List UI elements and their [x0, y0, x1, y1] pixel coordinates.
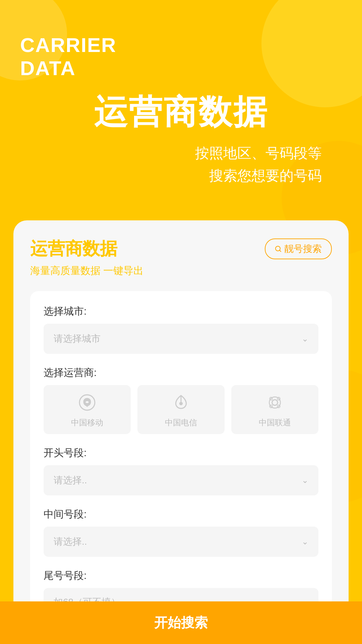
prefix-dropdown[interactable]: 请选择.. ⌄: [44, 465, 318, 495]
card-subtitle: 海量高质量数据 一键导出: [30, 264, 332, 278]
svg-point-6: [269, 397, 280, 408]
telecom-icon: [172, 394, 190, 414]
prefix-dropdown-text: 请选择..: [54, 474, 87, 487]
middle-dropdown-text: 请选择..: [54, 535, 87, 548]
prefix-dropdown-arrow-icon: ⌄: [302, 476, 308, 485]
subtitle: 按照地区、号码段等 搜索您想要的号码: [20, 142, 342, 187]
svg-line-1: [280, 251, 281, 252]
carrier-section: 选择运营商: 中国移动: [44, 366, 318, 434]
card-title: 运营商数据: [30, 237, 117, 261]
main-card: 运营商数据 靓号搜索 海量高质量数据 一键导出 选择城市: 请选择城市 ⌄ 选择…: [13, 220, 349, 644]
suffix-label: 尾号号段:: [44, 569, 318, 583]
middle-label: 中间号段:: [44, 507, 318, 521]
unicom-icon: [266, 394, 284, 414]
header: CARRIER DATA 运营商数据 按照地区、号码段等 搜索您想要的号码: [0, 0, 362, 220]
search-circle-icon: [275, 246, 282, 252]
carrier-telecom[interactable]: 中国电信: [137, 385, 225, 434]
prefix-label: 开头号段:: [44, 446, 318, 460]
carrier-mobile[interactable]: 中国移动: [44, 385, 131, 434]
middle-dropdown-arrow-icon: ⌄: [302, 537, 308, 546]
carrier-label: 选择运营商:: [44, 366, 318, 380]
mobile-icon: [78, 394, 96, 414]
main-title: 运营商数据: [20, 90, 342, 135]
city-dropdown-text: 请选择城市: [54, 332, 101, 345]
fancy-search-button[interactable]: 靓号搜索: [265, 238, 332, 259]
telecom-name: 中国电信: [165, 417, 197, 428]
unicom-name: 中国联通: [259, 417, 291, 428]
city-label: 选择城市:: [44, 305, 318, 318]
city-dropdown[interactable]: 请选择城市 ⌄: [44, 324, 318, 354]
middle-section: 中间号段: 请选择.. ⌄: [44, 507, 318, 557]
form-box: 选择城市: 请选择城市 ⌄ 选择运营商:: [30, 291, 332, 642]
card-header: 运营商数据 靓号搜索: [30, 237, 332, 261]
carrier-label: CARRIER DATA: [20, 34, 342, 80]
prefix-section: 开头号段: 请选择.. ⌄: [44, 446, 318, 495]
svg-point-5: [272, 400, 278, 406]
middle-dropdown[interactable]: 请选择.. ⌄: [44, 527, 318, 557]
svg-point-3: [179, 402, 183, 405]
search-button[interactable]: 开始搜索: [0, 601, 362, 644]
carrier-unicom[interactable]: 中国联通: [231, 385, 318, 434]
carrier-grid: 中国移动 中国电信: [44, 385, 318, 434]
city-dropdown-arrow-icon: ⌄: [302, 334, 308, 343]
mobile-name: 中国移动: [71, 417, 103, 428]
city-section: 选择城市: 请选择城市 ⌄: [44, 305, 318, 354]
